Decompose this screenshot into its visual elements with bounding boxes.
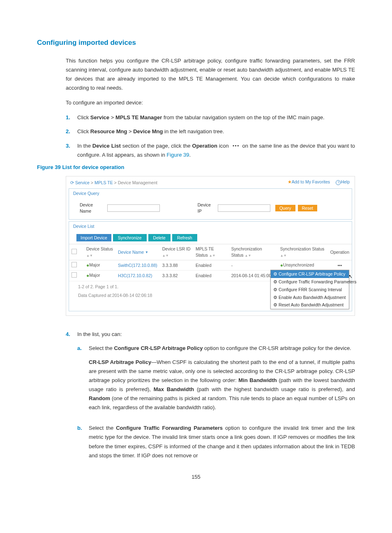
figure-caption: Figure 39 List for device operation — [37, 163, 355, 172]
device-link[interactable]: H3C(172.10.0.82) — [118, 273, 152, 278]
menu-reset-auto-bw[interactable]: ⚙ Reset Auto Bandwidth Adjustment — [271, 301, 349, 309]
operation-dots-icon: ••• — [231, 142, 241, 150]
col-te-status[interactable]: MPLS TE Status ▲▼ — [193, 244, 229, 260]
table-row: ●Major SwithC(172.10.0.88) 3.3.3.88 Enab… — [69, 260, 352, 271]
table-row: ●Major H3C(172.10.0.82) 3.3.3.82 Enabled… — [69, 271, 352, 281]
menu-configure-frr[interactable]: ⚙ Configure FRR Scanning Interval — [271, 286, 349, 294]
crumb-current: Device Management — [118, 180, 157, 185]
select-all-checkbox[interactable] — [71, 249, 77, 254]
col-lsr-id[interactable]: Device LSR ID ▲▼ — [160, 244, 193, 260]
device-list-header: Device List — [69, 222, 352, 231]
col-sync-status-1[interactable]: Synchronization Status ▲▼ — [229, 244, 278, 260]
arbitrage-policy-desc: CR-LSP Arbitrage Policy—When CSPF is cal… — [89, 358, 355, 412]
step-3: In the Device List section of the page, … — [77, 141, 355, 160]
delete-button[interactable]: Delete — [148, 234, 171, 241]
device-query-header: Device Query — [69, 189, 352, 198]
col-operation: Operation — [328, 244, 352, 260]
step-4: In the list, you can: — [77, 330, 355, 339]
add-favorites-link[interactable]: ★Add to My Favorites — [288, 179, 330, 185]
device-table: Device Status ▲▼ Device Name ▼ Device LS… — [69, 244, 352, 281]
import-device-button[interactable]: Import Device — [76, 234, 111, 241]
substep-b: Select the Configure Traffic Forwarding … — [89, 424, 355, 460]
operation-menu: ⚙ Configure CR-LSP Arbitrage Policy ⚙ Co… — [270, 270, 349, 309]
menu-configure-traffic[interactable]: ⚙ Configure Traffic Forwarding Parameter… — [271, 278, 349, 286]
crumb-service[interactable]: Service — [75, 180, 90, 185]
refresh-button[interactable]: Refresh — [172, 234, 197, 241]
device-name-label: Device Name — [80, 202, 105, 214]
device-name-input[interactable] — [107, 204, 160, 212]
step-number: 3. — [66, 141, 77, 160]
synchronize-button[interactable]: Synchronize — [113, 234, 147, 241]
row-checkbox[interactable] — [71, 272, 77, 278]
menu-enable-auto-bw[interactable]: ⚙ Enable Auto Bandwidth Adjustment — [271, 294, 349, 301]
step-2: Click Resource Mng > Device Mng in the l… — [77, 127, 355, 136]
substep-letter: b. — [77, 424, 89, 460]
menu-configure-crlsp[interactable]: ⚙ Configure CR-LSP Arbitrage Policy — [271, 270, 349, 278]
figure-39-screenshot: ⟳ Service > MPLS TE > Device Management … — [66, 176, 355, 316]
step-number: 2. — [66, 127, 77, 136]
device-ip-input[interactable] — [218, 204, 270, 212]
intro-paragraph: This function helps you configure the CR… — [66, 56, 355, 93]
device-link[interactable]: SwithC(172.10.0.88) — [118, 263, 157, 268]
col-sync-status-2[interactable]: Synchronization Status ▲▼ — [278, 244, 328, 260]
page-number: 155 — [37, 473, 355, 482]
step-number: 4. — [66, 330, 77, 339]
col-device-name[interactable]: Device Name ▼ — [115, 244, 160, 260]
step-number: 1. — [66, 113, 77, 122]
col-device-status[interactable]: Device Status ▲▼ — [84, 244, 115, 260]
step-1: Click Service > MPLS TE Manager from the… — [77, 113, 355, 122]
query-button[interactable]: Query — [275, 205, 295, 211]
figure-link[interactable]: Figure 39 — [167, 152, 189, 158]
section-title: Configuring imported devices — [37, 37, 355, 49]
substep-letter: a. — [77, 344, 89, 418]
row-checkbox[interactable] — [71, 262, 77, 267]
device-ip-label: Device IP — [198, 202, 215, 214]
substep-a: Select the Configure CR-LSP Arbitrage Po… — [89, 344, 355, 353]
intro-lead: To configure an imported device: — [66, 98, 355, 107]
reset-button[interactable]: Reset — [298, 205, 317, 211]
help-link[interactable]: ?Help — [336, 179, 350, 185]
crumb-mpls[interactable]: MPLS TE — [95, 180, 113, 185]
operation-icon[interactable]: ••• — [337, 263, 342, 268]
